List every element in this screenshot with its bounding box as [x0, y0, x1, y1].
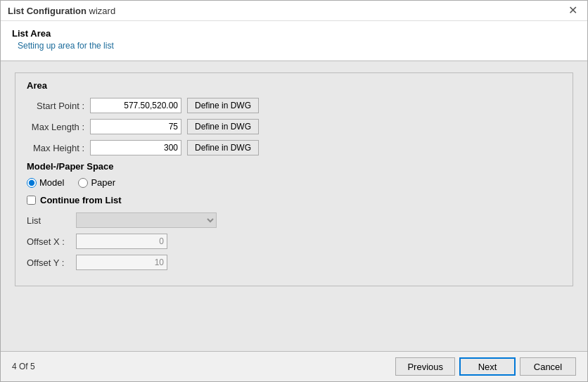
page-indicator: 4 Of 5 [12, 362, 35, 371]
list-row: List [27, 212, 561, 228]
model-radio-text: Model [39, 177, 64, 188]
next-button[interactable]: Next [459, 357, 516, 376]
start-point-label: Start Point : [27, 101, 90, 111]
offset-x-input[interactable] [76, 234, 167, 249]
section-subtitle: Setting up area for the list [18, 41, 576, 51]
offset-y-label: Offset Y : [27, 257, 76, 268]
start-point-row: Start Point : Define in DWG [27, 98, 561, 113]
previous-button[interactable]: Previous [395, 357, 455, 376]
max-length-label: Max Length : [27, 122, 90, 132]
section-title: List Area [12, 28, 576, 39]
max-height-row: Max Height : Define in DWG [27, 140, 561, 155]
max-height-label: Max Height : [27, 143, 90, 153]
continue-checkbox[interactable] [27, 196, 36, 205]
continue-checkbox-row: Continue from List [27, 195, 561, 205]
footer: 4 Of 5 Previous Next Cancel [1, 351, 587, 381]
content-area: Area Start Point : Define in DWG Max Len… [1, 61, 587, 351]
continue-checkbox-label: Continue from List [40, 195, 122, 205]
max-length-row: Max Length : Define in DWG [27, 119, 561, 134]
model-radio-label[interactable]: Model [27, 177, 64, 188]
max-height-define-btn[interactable]: Define in DWG [187, 140, 259, 155]
dialog-title: List Configuration wizard [8, 6, 115, 16]
header-section: List Area Setting up area for the list [1, 21, 587, 61]
offset-y-input[interactable] [76, 255, 167, 270]
paper-radio-label[interactable]: Paper [78, 177, 115, 188]
cancel-button[interactable]: Cancel [520, 357, 576, 376]
list-label: List [27, 215, 76, 226]
area-group-label: Area [27, 80, 561, 91]
list-select[interactable] [76, 212, 217, 228]
model-paper-group: Model Paper [27, 177, 561, 188]
close-button[interactable]: ✕ [565, 5, 580, 16]
start-point-input[interactable] [90, 98, 181, 113]
offset-x-row: Offset X : [27, 234, 561, 249]
max-length-define-btn[interactable]: Define in DWG [187, 119, 259, 134]
paper-radio-text: Paper [91, 177, 115, 188]
area-group: Area Start Point : Define in DWG Max Len… [15, 72, 573, 286]
offset-x-label: Offset X : [27, 236, 76, 247]
footer-buttons: Previous Next Cancel [395, 357, 576, 376]
max-length-input[interactable] [90, 119, 181, 134]
offset-y-row: Offset Y : [27, 255, 561, 270]
list-config-dialog: List Configuration wizard ✕ List Area Se… [0, 0, 588, 382]
start-point-define-btn[interactable]: Define in DWG [187, 98, 259, 113]
title-bar: List Configuration wizard ✕ [1, 1, 587, 21]
paper-radio[interactable] [78, 178, 88, 188]
max-height-input[interactable] [90, 140, 181, 155]
model-radio[interactable] [27, 178, 37, 188]
model-paper-title: Model-/Paper Space [27, 161, 561, 172]
